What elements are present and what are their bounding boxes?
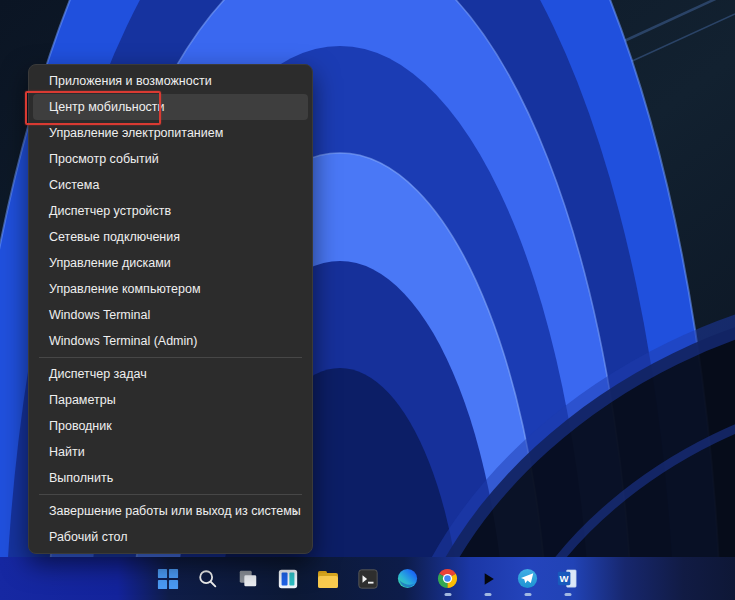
telegram-icon [516, 567, 539, 590]
menu-item-1[interactable]: Центр мобильности [33, 94, 308, 120]
taskbar-button-widgets[interactable] [275, 559, 301, 599]
menu-item-label: Диспетчер устройств [49, 204, 171, 218]
menu-item-label: Управление дисками [49, 256, 171, 270]
taskbar-button-terminal[interactable] [355, 559, 381, 599]
menu-item-label: Найти [49, 445, 85, 459]
menu-item-label: Windows Terminal (Admin) [49, 334, 197, 348]
menu-item-label: Параметры [49, 393, 116, 407]
search-icon [197, 568, 219, 590]
menu-item-label: Проводник [49, 419, 112, 433]
taskbar: W [0, 557, 735, 600]
taskbar-button-search[interactable] [195, 559, 221, 599]
menu-item-13[interactable]: Параметры [33, 387, 308, 413]
menu-separator [39, 357, 302, 358]
task-view-icon [237, 568, 259, 590]
menu-item-3[interactable]: Просмотр событий [33, 146, 308, 172]
taskbar-button-start[interactable] [155, 559, 181, 599]
menu-item-label: Завершение работы или выход из системы [49, 504, 301, 518]
chrome-icon [436, 567, 459, 590]
black-arrow-icon [478, 569, 498, 589]
menu-item-label: Рабочий стол [49, 530, 127, 544]
menu-item-label: Просмотр событий [49, 152, 159, 166]
menu-item-14[interactable]: Проводник [33, 413, 308, 439]
menu-item-label: Выполнить [49, 471, 113, 485]
menu-item-10[interactable]: Windows Terminal (Admin) [33, 328, 308, 354]
menu-item-label: Система [49, 178, 99, 192]
menu-item-7[interactable]: Управление дисками [33, 250, 308, 276]
menu-item-label: Управление компьютером [49, 282, 201, 296]
menu-item-12[interactable]: Диспетчер задач [33, 361, 308, 387]
menu-item-15[interactable]: Найти [33, 439, 308, 465]
taskbar-button-telegram[interactable] [515, 559, 541, 599]
menu-item-16[interactable]: Выполнить [33, 465, 308, 491]
menu-item-2[interactable]: Управление электропитанием [33, 120, 308, 146]
start-icon [157, 568, 179, 590]
taskbar-button-chrome[interactable] [435, 559, 461, 599]
menu-item-9[interactable]: Windows Terminal [33, 302, 308, 328]
chevron-right-icon: › [293, 498, 298, 524]
menu-item-label: Диспетчер задач [49, 367, 147, 381]
edge-icon [396, 567, 419, 590]
menu-item-19[interactable]: Рабочий стол [33, 524, 308, 550]
menu-item-label: Приложения и возможности [49, 74, 212, 88]
menu-item-0[interactable]: Приложения и возможности [33, 68, 308, 94]
menu-item-label: Управление электропитанием [49, 126, 223, 140]
taskbar-button-black-arrow-app[interactable] [475, 559, 501, 599]
menu-item-5[interactable]: Диспетчер устройств [33, 198, 308, 224]
menu-item-8[interactable]: Управление компьютером [33, 276, 308, 302]
menu-item-label: Windows Terminal [49, 308, 150, 322]
menu-item-18[interactable]: Завершение работы или выход из системы› [33, 498, 308, 524]
file-explorer-icon [316, 567, 340, 591]
context-menu: Приложения и возможностиЦентр мобильност… [28, 64, 313, 554]
taskbar-button-edge[interactable] [395, 559, 421, 599]
terminal-icon [357, 568, 379, 590]
svg-text:W: W [560, 573, 570, 584]
menu-separator [39, 494, 302, 495]
taskbar-icons: W [155, 559, 581, 599]
menu-item-4[interactable]: Система [33, 172, 308, 198]
menu-item-label: Центр мобильности [49, 100, 165, 114]
taskbar-button-file-explorer[interactable] [315, 559, 341, 599]
taskbar-button-word[interactable]: W [555, 559, 581, 599]
taskbar-button-task-view[interactable] [235, 559, 261, 599]
menu-item-6[interactable]: Сетевые подключения [33, 224, 308, 250]
widgets-icon [277, 568, 299, 590]
menu-item-label: Сетевые подключения [49, 230, 180, 244]
desktop: Приложения и возможностиЦентр мобильност… [0, 0, 735, 600]
word-icon: W [556, 567, 579, 590]
